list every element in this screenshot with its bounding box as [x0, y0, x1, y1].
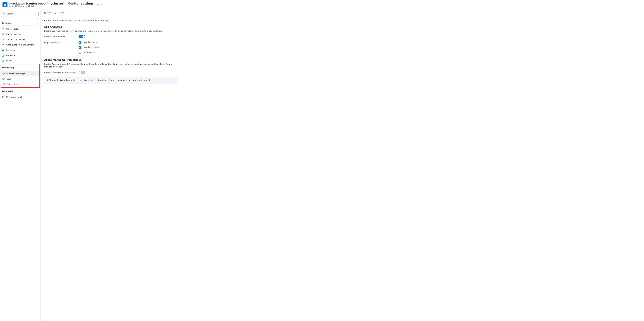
sidebar-item-secure-shell[interactable]: Secure shell (SSH): [0, 37, 40, 42]
app-icon: [2, 2, 8, 7]
checkmark-icon: [79, 46, 81, 48]
monitoring-section: Monitoring Monitor settings Logs Workboo…: [0, 64, 40, 88]
sidebar-item-properties[interactable]: Properties: [0, 53, 40, 58]
sidebar-item-monitor-settings[interactable]: Monitor settings: [1, 71, 40, 76]
sidebar-item-cluster-size[interactable]: Cluster size: [0, 26, 40, 32]
jmx-metrics-checkbox[interactable]: [78, 51, 81, 54]
page-header: mycluster (contosopool/mycluster) | Moni…: [0, 0, 644, 9]
svg-rect-23: [3, 55, 3, 56]
svg-rect-16: [2, 50, 3, 51]
sidebar-item-configuration-management[interactable]: Configuration management: [0, 42, 40, 47]
enable-log-analytics-row: Enable Log Analytics: [44, 35, 177, 38]
sidebar-item-label: Cluster access: [6, 33, 21, 35]
svg-point-9: [4, 33, 4, 34]
svg-rect-18: [4, 50, 4, 51]
sidebar-item-label: Configuration management: [6, 44, 34, 46]
jmx-metrics-label: JMX Metrics: [83, 51, 94, 54]
enable-prometheus-label: Enable Prometheus monitoring: [44, 71, 78, 74]
svg-rect-32: [3, 74, 4, 75]
svg-rect-1: [4, 4, 6, 4]
log-analytics-description: Enable Log Analytics to view insights an…: [44, 30, 177, 32]
cluster-size-icon: [2, 28, 5, 30]
sidebar-item-logs[interactable]: Logs: [1, 76, 40, 82]
svg-rect-3: [4, 5, 5, 5]
standard-output-row: Standard output: [78, 46, 100, 48]
svg-rect-14: [2, 45, 4, 45]
svg-rect-13: [2, 44, 4, 45]
standard-output-checkbox[interactable]: [78, 46, 81, 48]
svg-rect-31: [3, 74, 4, 74]
standard-error-checkbox[interactable]: [78, 41, 81, 44]
svg-point-11: [3, 40, 4, 40]
azure-prometheus-section: Azure managed Prometheus Enable Azure ma…: [44, 58, 177, 84]
svg-rect-6: [3, 28, 4, 28]
sidebar-item-label: Monitor settings: [6, 72, 26, 75]
header-text-group: mycluster (contosopool/mycluster) | Moni…: [9, 2, 94, 7]
workbooks-icon: [2, 83, 5, 86]
svg-rect-37: [4, 78, 5, 79]
toggle-slider: [78, 71, 86, 74]
svg-point-27: [3, 61, 4, 62]
main-layout: 🔍 « Settings Cluster size Cluster access: [0, 9, 644, 321]
logs-icon: [2, 78, 5, 80]
enable-prometheus-toggle[interactable]: [78, 71, 86, 74]
sidebar-item-label: Workbooks: [6, 83, 18, 86]
automation-section-label: Automation: [0, 88, 40, 93]
discard-button[interactable]: Discard: [53, 10, 66, 15]
monitoring-divider: [3, 70, 38, 70]
automation-section: Automation Tasks (preview): [0, 88, 40, 100]
services-icon: [2, 48, 5, 52]
favorite-icon[interactable]: ☆: [97, 3, 99, 6]
cluster-access-icon: [2, 33, 5, 36]
svg-rect-25: [4, 54, 4, 56]
azure-prometheus-description: Enable Azure managed Prometheus to view …: [44, 63, 177, 68]
svg-rect-15: [2, 46, 4, 46]
sidebar-item-locks[interactable]: Locks: [0, 58, 40, 63]
search-box[interactable]: 🔍: [2, 12, 38, 16]
svg-rect-42: [3, 83, 3, 86]
search-icon: 🔍: [3, 13, 6, 15]
svg-rect-4: [2, 28, 3, 28]
sidebar-item-services[interactable]: Services: [0, 47, 40, 53]
page-description: Connect your HDInsight on AKS cluster wi…: [44, 20, 177, 22]
content-area: Save Discard Connect your HDInsight on A…: [40, 9, 644, 321]
page-title: mycluster (contosopool/mycluster) | Moni…: [9, 2, 94, 5]
settings-section-label: Settings: [0, 20, 40, 25]
monitoring-section-label: Monitoring: [1, 65, 40, 70]
standard-error-label: Standard error: [83, 41, 98, 44]
log-analytics-title: Log Analytics: [44, 26, 177, 28]
save-icon: [44, 12, 46, 14]
sidebar-item-cluster-access[interactable]: Cluster access: [0, 32, 40, 37]
svg-point-19: [2, 50, 3, 50]
svg-rect-24: [4, 55, 4, 56]
svg-rect-5: [2, 29, 3, 29]
sidebar-item-label: Locks: [6, 60, 12, 62]
logs-checkbox-group: Standard error Standard output JMX Metri…: [78, 41, 100, 54]
log-analytics-section: Log Analytics Enable Log Analytics to vi…: [44, 26, 177, 54]
sidebar-item-workbooks[interactable]: Workbooks: [1, 82, 40, 87]
enable-log-analytics-toggle[interactable]: [78, 35, 86, 38]
sidebar-collapse-button[interactable]: «: [37, 17, 38, 20]
page-subtitle: Azure HDInsight on AKS cluster: [9, 5, 94, 7]
search-input[interactable]: [6, 12, 37, 15]
locks-icon: [2, 59, 5, 62]
sidebar-item-label: Cluster size: [6, 28, 18, 30]
svg-rect-48: [45, 12, 46, 12]
configuration-management-icon: [2, 43, 5, 46]
header-actions: ☆ ···: [97, 3, 103, 6]
svg-rect-22: [2, 56, 3, 56]
info-banner-text: To enable Azure Prometheus on this clust…: [50, 79, 151, 82]
sidebar-item-label: Properties: [6, 54, 16, 56]
save-button[interactable]: Save: [43, 10, 53, 15]
svg-rect-2: [4, 4, 5, 5]
svg-point-21: [4, 49, 4, 49]
info-banner: ℹ️ To enable Azure Prometheus on this cl…: [44, 77, 177, 84]
more-options-icon[interactable]: ···: [101, 3, 103, 6]
sidebar-item-tasks-preview[interactable]: Tasks (preview): [0, 94, 40, 100]
enable-prometheus-row: Enable Prometheus monitoring: [44, 71, 177, 74]
secure-shell-icon: [2, 38, 5, 41]
svg-rect-46: [3, 97, 4, 98]
jmx-metrics-row: JMX Metrics: [78, 51, 100, 54]
toggle-slider: [78, 35, 86, 38]
search-container: 🔍: [0, 10, 40, 17]
